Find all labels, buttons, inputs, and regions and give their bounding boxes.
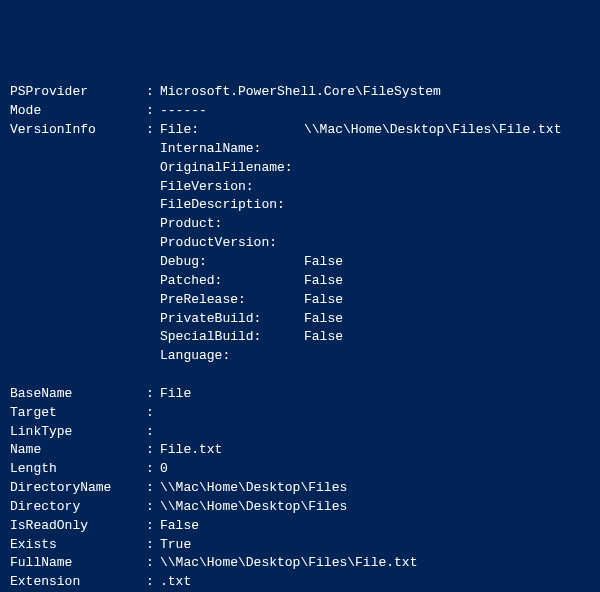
separator: : <box>146 517 160 536</box>
separator: : <box>146 83 160 102</box>
property-subrow: PrivateBuild:False <box>10 310 590 329</box>
property-row: Mode: ------ <box>10 102 590 121</box>
property-key: IsReadOnly <box>10 517 146 536</box>
property-value: \\Mac\Home\Desktop\Files <box>160 479 347 498</box>
sub-property-value: False <box>304 291 343 310</box>
property-value: File <box>160 385 191 404</box>
property-key: Mode <box>10 102 146 121</box>
property-key: Name <box>10 441 146 460</box>
property-value: \\Mac\Home\Desktop\Files <box>160 498 347 517</box>
sub-property-value: False <box>304 310 343 329</box>
separator: : <box>146 385 160 404</box>
sub-property-key: ProductVersion: <box>160 234 304 253</box>
sub-property-key: InternalName: <box>160 140 304 159</box>
property-key: DirectoryName <box>10 479 146 498</box>
property-key: FullName <box>10 554 146 573</box>
sub-property-key: OriginalFilename: <box>160 159 304 178</box>
property-row: Directory: \\Mac\Home\Desktop\Files <box>10 498 590 517</box>
property-value: False <box>160 517 199 536</box>
property-key: LinkType <box>10 423 146 442</box>
separator: : <box>146 121 160 140</box>
property-subrow: PreRelease:False <box>10 291 590 310</box>
property-value: \\Mac\Home\Desktop\Files\File.txt <box>160 554 417 573</box>
sub-property-key: SpecialBuild: <box>160 328 304 347</box>
sub-property-value: False <box>304 272 343 291</box>
sub-property-key: Debug: <box>160 253 304 272</box>
property-row: IsReadOnly: False <box>10 517 590 536</box>
separator: : <box>146 404 160 423</box>
separator: : <box>146 423 160 442</box>
separator: : <box>146 536 160 555</box>
property-key: VersionInfo <box>10 121 146 140</box>
property-subrow: FileDescription: <box>10 196 590 215</box>
separator: : <box>146 102 160 121</box>
sub-property-key: PreRelease: <box>160 291 304 310</box>
property-subrow: FileVersion: <box>10 178 590 197</box>
property-row: Target: <box>10 404 590 423</box>
property-value: ------ <box>160 102 207 121</box>
property-subrow: Language: <box>10 347 590 366</box>
property-row: Extension: .txt <box>10 573 590 592</box>
sub-property-key: Patched: <box>160 272 304 291</box>
property-value: File.txt <box>160 441 222 460</box>
property-row: Length: 0 <box>10 460 590 479</box>
separator: : <box>146 554 160 573</box>
property-value: Microsoft.PowerShell.Core\FileSystem <box>160 83 441 102</box>
property-key: Target <box>10 404 146 423</box>
sub-property-key: Language: <box>160 347 304 366</box>
property-key: PSProvider <box>10 83 146 102</box>
sub-property-key: FileDescription: <box>160 196 304 215</box>
property-value: .txt <box>160 573 191 592</box>
property-value: 0 <box>160 460 168 479</box>
property-subrow: OriginalFilename: <box>10 159 590 178</box>
separator: : <box>146 441 160 460</box>
powershell-output: PSProvider: Microsoft.PowerShell.Core\Fi… <box>10 83 590 592</box>
separator: : <box>146 479 160 498</box>
property-row: DirectoryName: \\Mac\Home\Desktop\Files <box>10 479 590 498</box>
sub-property-value: False <box>304 253 343 272</box>
property-row: VersionInfo: File:\\Mac\Home\Desktop\Fil… <box>10 121 590 140</box>
property-row: PSProvider: Microsoft.PowerShell.Core\Fi… <box>10 83 590 102</box>
property-row: FullName: \\Mac\Home\Desktop\Files\File.… <box>10 554 590 573</box>
property-subrow: Debug:False <box>10 253 590 272</box>
property-key: BaseName <box>10 385 146 404</box>
property-subrow: Product: <box>10 215 590 234</box>
property-value: True <box>160 536 191 555</box>
separator: : <box>146 498 160 517</box>
property-subrow: InternalName: <box>10 140 590 159</box>
property-key: Directory <box>10 498 146 517</box>
property-subrow: ProductVersion: <box>10 234 590 253</box>
property-subrow: Patched:False <box>10 272 590 291</box>
separator: : <box>146 460 160 479</box>
separator: : <box>146 573 160 592</box>
sub-property-key: File: <box>160 121 304 140</box>
property-row: LinkType: <box>10 423 590 442</box>
property-subrow: SpecialBuild:False <box>10 328 590 347</box>
sub-property-value: False <box>304 328 343 347</box>
sub-property-key: PrivateBuild: <box>160 310 304 329</box>
sub-property-key: Product: <box>160 215 304 234</box>
sub-property-value: \\Mac\Home\Desktop\Files\File.txt <box>304 121 561 140</box>
property-key: Exists <box>10 536 146 555</box>
property-key: Length <box>10 460 146 479</box>
sub-property-key: FileVersion: <box>160 178 304 197</box>
property-row: BaseName: File <box>10 385 590 404</box>
property-row: Exists: True <box>10 536 590 555</box>
property-key: Extension <box>10 573 146 592</box>
property-row: Name: File.txt <box>10 441 590 460</box>
blank-line <box>10 366 590 385</box>
